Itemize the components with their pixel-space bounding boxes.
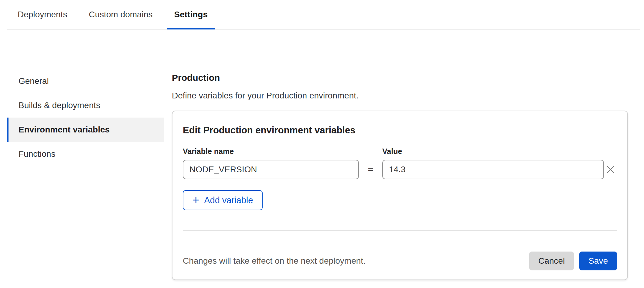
- sidebar-item-general[interactable]: General: [7, 69, 164, 93]
- variable-row: =: [183, 160, 617, 179]
- main-panel: Production Define variables for your Pro…: [172, 29, 628, 280]
- tab-bar: Deployments Custom domains Settings: [7, 0, 640, 29]
- environment-heading: Production: [172, 72, 628, 83]
- value-label: Value: [382, 147, 604, 156]
- variable-name-label: Variable name: [183, 147, 359, 156]
- equals-sign: =: [359, 164, 382, 175]
- sidebar-item-functions[interactable]: Functions: [7, 142, 164, 166]
- field-labels-row: Variable name Value: [183, 147, 617, 156]
- pages-project-page: Deployments Custom domains Settings Gene…: [0, 0, 644, 280]
- save-button[interactable]: Save: [579, 252, 617, 270]
- tab-settings[interactable]: Settings: [167, 0, 215, 29]
- environment-description: Define variables for your Production env…: [172, 91, 628, 101]
- tab-custom-domains[interactable]: Custom domains: [81, 0, 160, 29]
- add-variable-button[interactable]: + Add variable: [183, 190, 263, 210]
- x-icon: [606, 165, 615, 174]
- card-footer: Changes will take effect on the next dep…: [183, 231, 617, 270]
- sidebar-item-builds-deployments[interactable]: Builds & deployments: [7, 93, 164, 118]
- sidebar-item-environment-variables[interactable]: Environment variables: [7, 118, 164, 142]
- footer-note: Changes will take effect on the next dep…: [183, 256, 366, 266]
- add-variable-label: Add variable: [204, 195, 253, 205]
- footer-buttons: Cancel Save: [529, 252, 617, 270]
- settings-sidebar: General Builds & deployments Environment…: [7, 69, 164, 166]
- content-area: General Builds & deployments Environment…: [0, 29, 644, 280]
- variable-name-input[interactable]: [183, 160, 359, 179]
- variable-value-input[interactable]: [382, 160, 604, 179]
- card-title: Edit Production environment variables: [183, 125, 617, 136]
- cancel-button[interactable]: Cancel: [529, 252, 574, 270]
- plus-icon: +: [193, 194, 199, 206]
- tab-deployments[interactable]: Deployments: [10, 0, 75, 29]
- remove-variable-button[interactable]: [604, 165, 617, 174]
- env-variables-card: Edit Production environment variables Va…: [172, 111, 628, 280]
